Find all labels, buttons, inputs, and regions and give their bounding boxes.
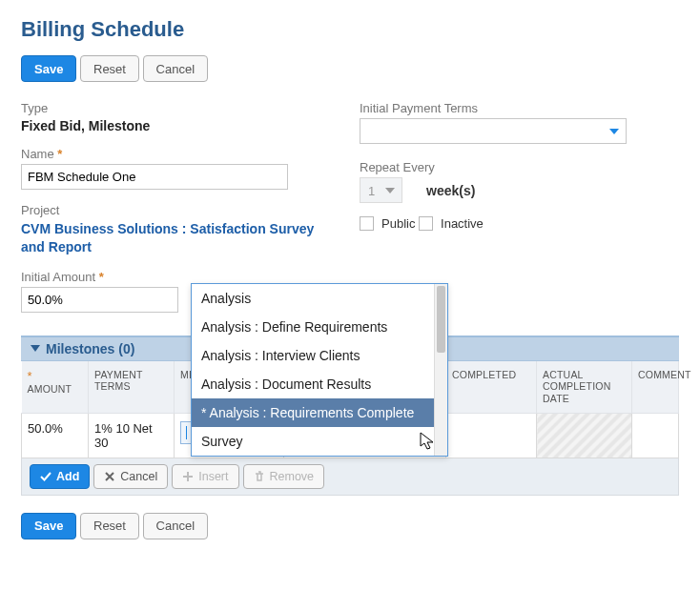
cell-actual-date [537,413,632,458]
inactive-checkbox[interactable] [419,216,433,231]
trash-icon [254,471,265,482]
milestone-dropdown-popup[interactable]: Analysis Analysis : Define Requirements … [191,283,448,457]
col-actual-date: ACTUAL COMPLETION DATE [537,361,632,413]
collapse-triangle-icon [31,345,40,352]
cancel-button[interactable]: Cancel [143,55,208,82]
cancel-button-footer[interactable]: Cancel [143,513,208,539]
repeat-every-select[interactable]: 1 [360,177,402,203]
dropdown-option-selected[interactable]: * Analysis : Requirements Complete [192,398,447,427]
reset-button-footer[interactable]: Reset [80,513,139,539]
repeat-every-label: Repeat Every [360,160,679,174]
dropdown-option[interactable]: Survey [192,427,447,456]
dropdown-option[interactable]: Analysis : Interview Clients [192,341,447,370]
add-row-button[interactable]: Add [30,464,90,489]
chevron-down-icon [385,188,395,193]
remove-row-button: Remove [243,464,325,489]
cell-comment[interactable] [632,413,679,458]
type-label: Type [21,101,340,115]
public-checkbox[interactable] [360,216,374,231]
page-title: Billing Schedule [21,17,679,42]
ipt-label: Initial Payment Terms [360,101,679,115]
row-buttons: Add Cancel Insert Remove [21,458,679,496]
col-comment: COMMENT [632,361,679,413]
cell-amount[interactable]: 50.0% [22,413,89,458]
dropdown-option[interactable]: Analysis : Document Results [192,370,447,398]
footer-button-row: Save Reset Cancel [21,513,679,539]
initial-amount-label: Initial Amount [21,270,340,284]
save-button[interactable]: Save [21,55,76,82]
inactive-label: Inactive [441,216,484,231]
save-button-footer[interactable]: Save [21,513,76,539]
cancel-row-button[interactable]: Cancel [93,464,168,489]
weeks-text: week(s) [426,183,475,198]
cell-completed[interactable] [446,413,537,458]
type-value: Fixed Bid, Milestone [21,118,340,133]
scrollbar-thumb[interactable] [437,286,445,353]
text-cursor-icon [186,426,187,439]
inactive-checkbox-row: Inactive [419,216,484,231]
initial-amount-input[interactable] [21,287,178,313]
reset-button[interactable]: Reset [80,55,139,82]
project-label: Project [21,203,340,217]
dropdown-option[interactable]: Analysis [192,284,447,313]
top-button-row: Save Reset Cancel [21,55,679,82]
insert-row-button: Insert [172,464,238,489]
chevron-down-icon [609,129,619,134]
cell-payment-terms[interactable]: 1% 10 Net 30 [89,413,175,458]
project-link[interactable]: CVM Business Solutions : Satisfaction Su… [21,220,340,256]
plus-icon [182,471,194,482]
col-completed: COMPLETED [446,361,537,413]
name-label: Name [21,147,340,161]
public-label: Public [381,216,415,231]
x-icon [104,471,115,482]
public-checkbox-row: Public [360,216,415,231]
name-input[interactable] [21,164,288,190]
dropdown-scrollbar[interactable] [434,284,447,456]
check-icon [40,471,51,482]
col-amount: AMOUNT [22,361,89,413]
col-payment-terms: PAYMENT TERMS [89,361,175,413]
ipt-select[interactable] [360,118,627,144]
dropdown-option[interactable]: Analysis : Define Requirements [192,313,447,341]
